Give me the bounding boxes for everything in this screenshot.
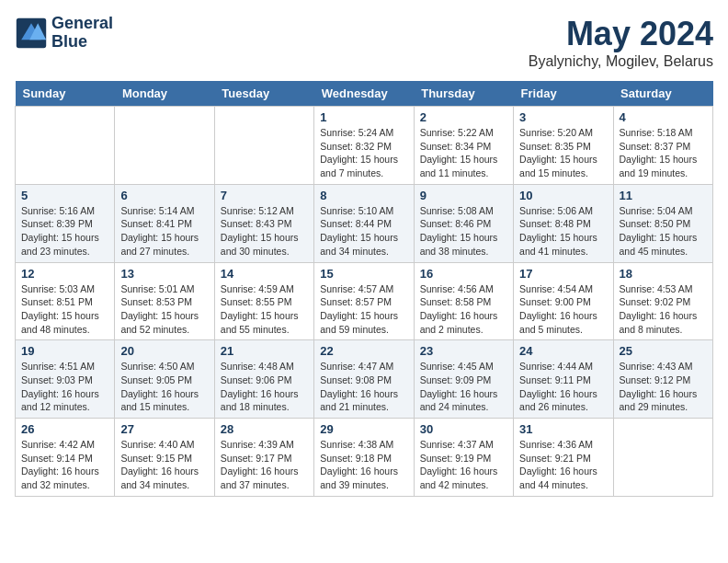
day-number: 8 [320,189,407,202]
day-info: Sunrise: 5:06 AMSunset: 8:48 PMDaylight:… [519,204,607,259]
title-block: May 2024 Byalynichy, Mogilev, Belarus [529,15,713,70]
day-info: Sunrise: 4:48 AMSunset: 9:06 PMDaylight:… [221,360,308,414]
day-info: Sunrise: 4:53 AMSunset: 9:02 PMDaylight:… [620,282,707,337]
header-monday: Monday [115,81,214,107]
calendar-cell [16,107,115,185]
calendar-cell: 20Sunrise: 4:50 AMSunset: 9:05 PMDayligh… [115,340,214,419]
day-number: 16 [420,267,507,281]
day-info: Sunrise: 4:45 AMSunset: 9:09 PMDaylight:… [420,360,507,414]
calendar-week-row: 12Sunrise: 5:03 AMSunset: 8:51 PMDayligh… [16,262,713,340]
header-saturday: Saturday [613,81,712,107]
calendar-cell [613,419,712,497]
day-info: Sunrise: 4:43 AMSunset: 9:12 PMDaylight:… [620,360,707,414]
day-info: Sunrise: 5:10 AMSunset: 8:44 PMDaylight:… [320,204,407,259]
day-number: 19 [21,344,108,358]
day-info: Sunrise: 4:51 AMSunset: 9:03 PMDaylight:… [21,360,108,414]
day-number: 18 [620,267,707,281]
day-number: 2 [420,110,507,124]
calendar-cell: 8Sunrise: 5:10 AMSunset: 8:44 PMDaylight… [314,184,414,262]
calendar-cell: 26Sunrise: 4:42 AMSunset: 9:14 PMDayligh… [16,419,115,497]
header-thursday: Thursday [414,81,513,107]
day-number: 24 [519,344,607,358]
calendar-cell [115,107,214,185]
logo-icon [15,17,48,50]
calendar-week-row: 19Sunrise: 4:51 AMSunset: 9:03 PMDayligh… [16,340,713,419]
calendar-cell: 16Sunrise: 4:56 AMSunset: 8:58 PMDayligh… [414,262,513,340]
calendar-cell: 12Sunrise: 5:03 AMSunset: 8:51 PMDayligh… [16,262,115,340]
calendar-cell: 14Sunrise: 4:59 AMSunset: 8:55 PMDayligh… [214,262,313,340]
calendar-cell: 7Sunrise: 5:12 AMSunset: 8:43 PMDaylight… [214,184,313,262]
day-info: Sunrise: 5:20 AMSunset: 8:35 PMDaylight:… [519,126,607,180]
calendar-cell: 9Sunrise: 5:08 AMSunset: 8:46 PMDaylight… [414,184,513,262]
day-number: 23 [420,344,507,358]
day-info: Sunrise: 4:56 AMSunset: 8:58 PMDaylight:… [420,282,507,337]
calendar-cell: 22Sunrise: 4:47 AMSunset: 9:08 PMDayligh… [314,340,414,419]
month-title: May 2024 [529,15,713,53]
day-info: Sunrise: 4:36 AMSunset: 9:21 PMDaylight:… [519,438,607,492]
day-number: 27 [120,422,208,436]
calendar-cell: 11Sunrise: 5:04 AMSunset: 8:50 PMDayligh… [613,184,712,262]
calendar-cell: 10Sunrise: 5:06 AMSunset: 8:48 PMDayligh… [514,184,613,262]
calendar-cell: 27Sunrise: 4:40 AMSunset: 9:15 PMDayligh… [115,419,214,497]
day-info: Sunrise: 5:16 AMSunset: 8:39 PMDaylight:… [21,204,108,259]
day-info: Sunrise: 5:22 AMSunset: 8:34 PMDaylight:… [420,126,507,180]
day-info: Sunrise: 4:59 AMSunset: 8:55 PMDaylight:… [221,282,308,337]
calendar-cell: 15Sunrise: 4:57 AMSunset: 8:57 PMDayligh… [314,262,414,340]
calendar-cell: 5Sunrise: 5:16 AMSunset: 8:39 PMDaylight… [16,184,115,262]
day-number: 15 [320,267,407,281]
header-tuesday: Tuesday [214,81,313,107]
calendar-cell: 29Sunrise: 4:38 AMSunset: 9:18 PMDayligh… [314,419,414,497]
calendar-week-row: 26Sunrise: 4:42 AMSunset: 9:14 PMDayligh… [16,419,713,497]
calendar-cell: 1Sunrise: 5:24 AMSunset: 8:32 PMDaylight… [314,107,414,185]
day-info: Sunrise: 5:18 AMSunset: 8:37 PMDaylight:… [620,126,707,180]
day-number: 21 [221,344,308,358]
day-number: 20 [120,344,208,358]
day-number: 5 [21,189,108,202]
day-number: 13 [120,267,208,281]
day-number: 28 [221,422,308,436]
calendar-cell: 3Sunrise: 5:20 AMSunset: 8:35 PMDaylight… [514,107,613,185]
calendar-cell: 19Sunrise: 4:51 AMSunset: 9:03 PMDayligh… [16,340,115,419]
day-number: 4 [620,110,707,124]
day-info: Sunrise: 4:47 AMSunset: 9:08 PMDaylight:… [320,360,407,414]
day-number: 31 [519,422,607,436]
logo-text: GeneralBlue [51,15,113,52]
logo: GeneralBlue [15,15,113,52]
calendar-cell: 25Sunrise: 4:43 AMSunset: 9:12 PMDayligh… [613,340,712,419]
day-info: Sunrise: 5:08 AMSunset: 8:46 PMDaylight:… [420,204,507,259]
day-number: 25 [620,344,707,358]
day-info: Sunrise: 4:40 AMSunset: 9:15 PMDaylight:… [120,438,208,492]
header-sunday: Sunday [16,81,115,107]
day-number: 17 [519,267,607,281]
page-header: GeneralBlue May 2024 Byalynichy, Mogilev… [15,15,713,70]
calendar-cell: 28Sunrise: 4:39 AMSunset: 9:17 PMDayligh… [214,419,313,497]
day-number: 26 [21,422,108,436]
calendar-cell: 13Sunrise: 5:01 AMSunset: 8:53 PMDayligh… [115,262,214,340]
day-info: Sunrise: 4:57 AMSunset: 8:57 PMDaylight:… [320,282,407,337]
day-info: Sunrise: 5:12 AMSunset: 8:43 PMDaylight:… [221,204,308,259]
calendar-cell: 6Sunrise: 5:14 AMSunset: 8:41 PMDaylight… [115,184,214,262]
day-number: 12 [21,267,108,281]
calendar-cell: 17Sunrise: 4:54 AMSunset: 9:00 PMDayligh… [514,262,613,340]
calendar-cell [214,107,313,185]
day-number: 7 [221,189,308,202]
header-wednesday: Wednesday [314,81,414,107]
header-friday: Friday [514,81,613,107]
day-number: 14 [221,267,308,281]
day-info: Sunrise: 4:42 AMSunset: 9:14 PMDaylight:… [21,438,108,492]
calendar-week-row: 1Sunrise: 5:24 AMSunset: 8:32 PMDaylight… [16,107,713,185]
day-number: 10 [519,189,607,202]
day-number: 1 [320,110,407,124]
calendar-cell: 23Sunrise: 4:45 AMSunset: 9:09 PMDayligh… [414,340,513,419]
day-info: Sunrise: 4:38 AMSunset: 9:18 PMDaylight:… [320,438,407,492]
day-info: Sunrise: 4:44 AMSunset: 9:11 PMDaylight:… [519,360,607,414]
day-info: Sunrise: 4:50 AMSunset: 9:05 PMDaylight:… [120,360,208,414]
day-number: 22 [320,344,407,358]
day-info: Sunrise: 5:01 AMSunset: 8:53 PMDaylight:… [120,282,208,337]
calendar-cell: 21Sunrise: 4:48 AMSunset: 9:06 PMDayligh… [214,340,313,419]
calendar-cell: 31Sunrise: 4:36 AMSunset: 9:21 PMDayligh… [514,419,613,497]
calendar-cell: 24Sunrise: 4:44 AMSunset: 9:11 PMDayligh… [514,340,613,419]
day-number: 3 [519,110,607,124]
calendar-cell: 2Sunrise: 5:22 AMSunset: 8:34 PMDaylight… [414,107,513,185]
day-info: Sunrise: 4:37 AMSunset: 9:19 PMDaylight:… [420,438,507,492]
